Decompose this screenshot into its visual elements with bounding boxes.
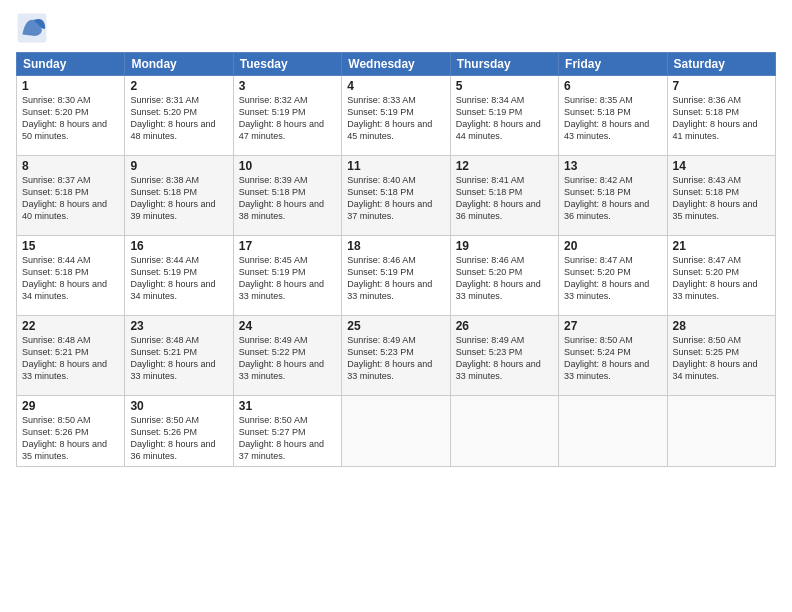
calendar-cell: 13Sunrise: 8:42 AMSunset: 5:18 PMDayligh…	[559, 156, 667, 236]
day-number: 8	[22, 159, 119, 173]
header	[16, 12, 776, 44]
day-number: 12	[456, 159, 553, 173]
day-info: Sunrise: 8:33 AMSunset: 5:19 PMDaylight:…	[347, 94, 444, 143]
day-info: Sunrise: 8:43 AMSunset: 5:18 PMDaylight:…	[673, 174, 770, 223]
day-info: Sunrise: 8:40 AMSunset: 5:18 PMDaylight:…	[347, 174, 444, 223]
calendar-cell: 11Sunrise: 8:40 AMSunset: 5:18 PMDayligh…	[342, 156, 450, 236]
calendar-cell: 14Sunrise: 8:43 AMSunset: 5:18 PMDayligh…	[667, 156, 775, 236]
day-info: Sunrise: 8:30 AMSunset: 5:20 PMDaylight:…	[22, 94, 119, 143]
calendar-cell: 8Sunrise: 8:37 AMSunset: 5:18 PMDaylight…	[17, 156, 125, 236]
day-number: 10	[239, 159, 336, 173]
day-info: Sunrise: 8:47 AMSunset: 5:20 PMDaylight:…	[564, 254, 661, 303]
day-info: Sunrise: 8:49 AMSunset: 5:22 PMDaylight:…	[239, 334, 336, 383]
day-number: 24	[239, 319, 336, 333]
calendar-cell: 10Sunrise: 8:39 AMSunset: 5:18 PMDayligh…	[233, 156, 341, 236]
day-number: 25	[347, 319, 444, 333]
calendar-header-row: Sunday Monday Tuesday Wednesday Thursday…	[17, 53, 776, 76]
calendar-table: Sunday Monday Tuesday Wednesday Thursday…	[16, 52, 776, 467]
day-number: 20	[564, 239, 661, 253]
day-info: Sunrise: 8:39 AMSunset: 5:18 PMDaylight:…	[239, 174, 336, 223]
day-number: 22	[22, 319, 119, 333]
day-number: 4	[347, 79, 444, 93]
day-info: Sunrise: 8:45 AMSunset: 5:19 PMDaylight:…	[239, 254, 336, 303]
day-number: 19	[456, 239, 553, 253]
day-number: 31	[239, 399, 336, 413]
calendar-cell: 19Sunrise: 8:46 AMSunset: 5:20 PMDayligh…	[450, 236, 558, 316]
calendar-cell: 22Sunrise: 8:48 AMSunset: 5:21 PMDayligh…	[17, 316, 125, 396]
calendar-cell: 27Sunrise: 8:50 AMSunset: 5:24 PMDayligh…	[559, 316, 667, 396]
page: Sunday Monday Tuesday Wednesday Thursday…	[0, 0, 792, 612]
day-info: Sunrise: 8:42 AMSunset: 5:18 PMDaylight:…	[564, 174, 661, 223]
day-info: Sunrise: 8:31 AMSunset: 5:20 PMDaylight:…	[130, 94, 227, 143]
day-info: Sunrise: 8:46 AMSunset: 5:19 PMDaylight:…	[347, 254, 444, 303]
col-tuesday: Tuesday	[233, 53, 341, 76]
calendar-cell	[667, 396, 775, 467]
day-number: 23	[130, 319, 227, 333]
calendar-cell: 31Sunrise: 8:50 AMSunset: 5:27 PMDayligh…	[233, 396, 341, 467]
calendar-cell: 16Sunrise: 8:44 AMSunset: 5:19 PMDayligh…	[125, 236, 233, 316]
day-info: Sunrise: 8:50 AMSunset: 5:25 PMDaylight:…	[673, 334, 770, 383]
logo	[16, 12, 52, 44]
day-info: Sunrise: 8:48 AMSunset: 5:21 PMDaylight:…	[22, 334, 119, 383]
day-info: Sunrise: 8:35 AMSunset: 5:18 PMDaylight:…	[564, 94, 661, 143]
calendar-cell: 24Sunrise: 8:49 AMSunset: 5:22 PMDayligh…	[233, 316, 341, 396]
col-sunday: Sunday	[17, 53, 125, 76]
calendar-cell: 25Sunrise: 8:49 AMSunset: 5:23 PMDayligh…	[342, 316, 450, 396]
day-number: 26	[456, 319, 553, 333]
day-info: Sunrise: 8:32 AMSunset: 5:19 PMDaylight:…	[239, 94, 336, 143]
calendar-cell: 28Sunrise: 8:50 AMSunset: 5:25 PMDayligh…	[667, 316, 775, 396]
calendar-cell	[342, 396, 450, 467]
day-number: 29	[22, 399, 119, 413]
day-number: 15	[22, 239, 119, 253]
day-info: Sunrise: 8:38 AMSunset: 5:18 PMDaylight:…	[130, 174, 227, 223]
calendar-cell: 30Sunrise: 8:50 AMSunset: 5:26 PMDayligh…	[125, 396, 233, 467]
day-info: Sunrise: 8:48 AMSunset: 5:21 PMDaylight:…	[130, 334, 227, 383]
calendar-cell	[559, 396, 667, 467]
day-number: 18	[347, 239, 444, 253]
calendar-cell: 7Sunrise: 8:36 AMSunset: 5:18 PMDaylight…	[667, 76, 775, 156]
col-thursday: Thursday	[450, 53, 558, 76]
calendar-cell: 15Sunrise: 8:44 AMSunset: 5:18 PMDayligh…	[17, 236, 125, 316]
day-number: 16	[130, 239, 227, 253]
day-info: Sunrise: 8:50 AMSunset: 5:26 PMDaylight:…	[22, 414, 119, 463]
calendar-cell: 2Sunrise: 8:31 AMSunset: 5:20 PMDaylight…	[125, 76, 233, 156]
day-number: 9	[130, 159, 227, 173]
day-number: 30	[130, 399, 227, 413]
calendar-cell: 1Sunrise: 8:30 AMSunset: 5:20 PMDaylight…	[17, 76, 125, 156]
day-info: Sunrise: 8:44 AMSunset: 5:18 PMDaylight:…	[22, 254, 119, 303]
day-number: 14	[673, 159, 770, 173]
calendar-cell: 18Sunrise: 8:46 AMSunset: 5:19 PMDayligh…	[342, 236, 450, 316]
day-number: 13	[564, 159, 661, 173]
day-info: Sunrise: 8:49 AMSunset: 5:23 PMDaylight:…	[456, 334, 553, 383]
calendar-cell: 17Sunrise: 8:45 AMSunset: 5:19 PMDayligh…	[233, 236, 341, 316]
day-number: 1	[22, 79, 119, 93]
day-number: 6	[564, 79, 661, 93]
day-number: 21	[673, 239, 770, 253]
calendar-cell: 21Sunrise: 8:47 AMSunset: 5:20 PMDayligh…	[667, 236, 775, 316]
calendar-cell: 3Sunrise: 8:32 AMSunset: 5:19 PMDaylight…	[233, 76, 341, 156]
col-friday: Friday	[559, 53, 667, 76]
day-number: 28	[673, 319, 770, 333]
day-info: Sunrise: 8:37 AMSunset: 5:18 PMDaylight:…	[22, 174, 119, 223]
day-number: 7	[673, 79, 770, 93]
day-info: Sunrise: 8:41 AMSunset: 5:18 PMDaylight:…	[456, 174, 553, 223]
calendar-cell: 6Sunrise: 8:35 AMSunset: 5:18 PMDaylight…	[559, 76, 667, 156]
day-number: 27	[564, 319, 661, 333]
calendar-cell: 26Sunrise: 8:49 AMSunset: 5:23 PMDayligh…	[450, 316, 558, 396]
col-wednesday: Wednesday	[342, 53, 450, 76]
logo-icon	[16, 12, 48, 44]
day-info: Sunrise: 8:36 AMSunset: 5:18 PMDaylight:…	[673, 94, 770, 143]
calendar-cell: 29Sunrise: 8:50 AMSunset: 5:26 PMDayligh…	[17, 396, 125, 467]
calendar-cell: 12Sunrise: 8:41 AMSunset: 5:18 PMDayligh…	[450, 156, 558, 236]
day-info: Sunrise: 8:50 AMSunset: 5:27 PMDaylight:…	[239, 414, 336, 463]
calendar-cell: 20Sunrise: 8:47 AMSunset: 5:20 PMDayligh…	[559, 236, 667, 316]
day-number: 11	[347, 159, 444, 173]
day-info: Sunrise: 8:50 AMSunset: 5:24 PMDaylight:…	[564, 334, 661, 383]
calendar-cell: 5Sunrise: 8:34 AMSunset: 5:19 PMDaylight…	[450, 76, 558, 156]
day-number: 5	[456, 79, 553, 93]
day-info: Sunrise: 8:50 AMSunset: 5:26 PMDaylight:…	[130, 414, 227, 463]
calendar-cell: 9Sunrise: 8:38 AMSunset: 5:18 PMDaylight…	[125, 156, 233, 236]
col-saturday: Saturday	[667, 53, 775, 76]
calendar-cell: 4Sunrise: 8:33 AMSunset: 5:19 PMDaylight…	[342, 76, 450, 156]
day-info: Sunrise: 8:34 AMSunset: 5:19 PMDaylight:…	[456, 94, 553, 143]
